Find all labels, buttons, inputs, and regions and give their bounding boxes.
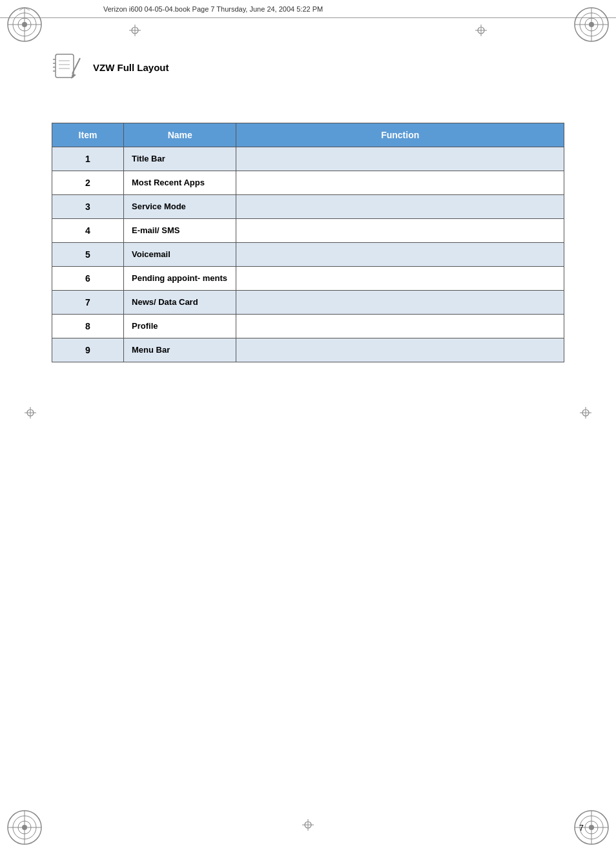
cell-name: Profile — [124, 315, 236, 338]
col-header-function: Function — [236, 123, 564, 147]
col-header-item: Item — [52, 123, 124, 147]
table-container: Item Name Function 1Title Bar2Most Recen… — [52, 123, 564, 362]
cell-function — [236, 267, 564, 291]
corner-decoration-tl — [5, 5, 44, 44]
table-row: 3Service Mode — [52, 195, 564, 219]
table-row: 7News/ Data Card — [52, 291, 564, 315]
cell-name: News/ Data Card — [124, 291, 236, 315]
header-bar: Verizon i600 04-05-04.book Page 7 Thursd… — [0, 0, 616, 18]
cell-item: 7 — [52, 291, 124, 315]
cell-item: 8 — [52, 315, 124, 338]
crosshair-mid-right — [580, 407, 591, 421]
corner-decoration-br — [572, 808, 611, 847]
col-header-name: Name — [124, 123, 236, 147]
table-row: 1Title Bar — [52, 147, 564, 171]
cell-item: 6 — [52, 267, 124, 291]
cell-item: 5 — [52, 243, 124, 267]
cell-function — [236, 171, 564, 195]
cell-function — [236, 291, 564, 315]
cell-item: 4 — [52, 219, 124, 243]
note-icon — [52, 52, 83, 83]
cell-function — [236, 147, 564, 171]
cell-name: E-mail/ SMS — [124, 219, 236, 243]
svg-rect-38 — [56, 54, 74, 78]
header-text: Verizon i600 04-05-04.book Page 7 Thursd… — [103, 5, 323, 13]
table-row: 6Pending appoint- ments — [52, 267, 564, 291]
cell-name: Voicemail — [124, 243, 236, 267]
table-row: 9Menu Bar — [52, 338, 564, 362]
cell-name: Most Recent Apps — [124, 171, 236, 195]
cell-function — [236, 195, 564, 219]
function-table: Item Name Function 1Title Bar2Most Recen… — [52, 123, 564, 362]
crosshair-mid-left — [25, 407, 36, 421]
table-row: 4E-mail/ SMS — [52, 219, 564, 243]
note-title: VZW Full Layout — [93, 62, 169, 73]
cell-name: Menu Bar — [124, 338, 236, 362]
table-row: 8Profile — [52, 315, 564, 338]
cell-name: Service Mode — [124, 195, 236, 219]
crosshair-top-left — [129, 25, 141, 38]
cell-item: 1 — [52, 147, 124, 171]
crosshair-top-right — [475, 25, 487, 38]
crosshair-bottom-center — [302, 819, 314, 833]
cell-item: 2 — [52, 171, 124, 195]
page-number: 7 — [579, 823, 584, 833]
cell-function — [236, 219, 564, 243]
cell-item: 9 — [52, 338, 124, 362]
cell-name: Title Bar — [124, 147, 236, 171]
cell-name: Pending appoint- ments — [124, 267, 236, 291]
corner-decoration-bl — [5, 808, 44, 847]
cell-function — [236, 338, 564, 362]
cell-function — [236, 315, 564, 338]
note-section: VZW Full Layout — [52, 52, 169, 83]
cell-item: 3 — [52, 195, 124, 219]
svg-marker-47 — [71, 74, 76, 79]
cell-function — [236, 243, 564, 267]
table-row: 2Most Recent Apps — [52, 171, 564, 195]
corner-decoration-tr — [572, 5, 611, 44]
table-header-row: Item Name Function — [52, 123, 564, 147]
table-row: 5Voicemail — [52, 243, 564, 267]
